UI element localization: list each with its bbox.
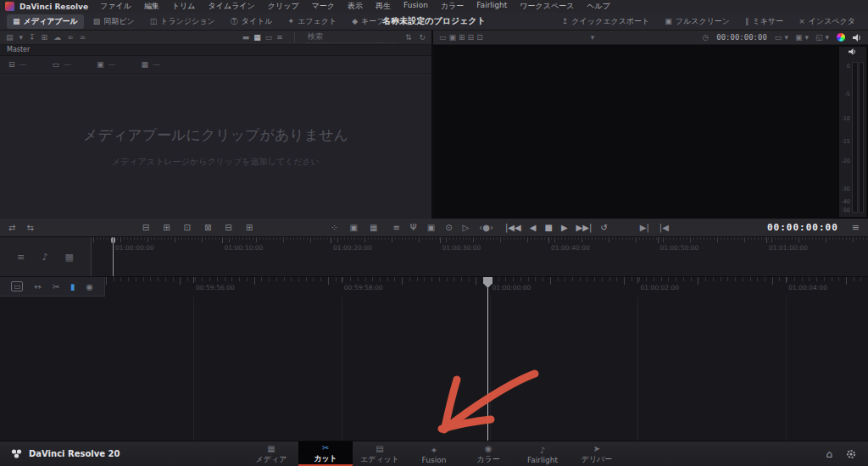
menu-item[interactable]: 再生 <box>376 1 391 12</box>
source-clip-icon[interactable]: ▭ <box>439 33 447 42</box>
filmstrip-view-icon[interactable]: ▭ <box>265 33 273 42</box>
marker-flag-icon[interactable]: ▮ <box>70 282 75 291</box>
new-bin-icon[interactable]: ⊞ <box>42 33 48 42</box>
menu-item[interactable]: タイムライン <box>209 1 255 12</box>
multicam-grid-icon[interactable]: ⊟ <box>468 33 475 42</box>
zoom-menu[interactable]: ◱ ▾ <box>815 33 829 42</box>
smart-insert-icon[interactable]: ⊟ <box>142 223 149 232</box>
menu-item[interactable]: トリム <box>172 1 196 12</box>
viewer-screen[interactable]: 0-5-10-15-20-30-40-50 <box>433 45 868 219</box>
transform-tool-icon[interactable]: ⊡ <box>476 33 483 42</box>
menu-item[interactable]: クリップ <box>268 1 299 12</box>
loop-button[interactable]: ↺ <box>600 223 607 232</box>
timeline-display-options-icon[interactable]: ≡ <box>17 252 25 263</box>
pip-icon[interactable]: ▣ <box>350 223 358 232</box>
timeline-options-icon[interactable]: ≡ <box>392 223 399 232</box>
place-on-top-icon[interactable]: ⊟ <box>225 223 231 232</box>
tab-deliver[interactable]: ➤ デリバー <box>570 441 624 466</box>
camera-icon[interactable]: ▣ <box>427 223 435 232</box>
razor-icon[interactable]: ✂ <box>53 282 59 291</box>
speaker-icon[interactable] <box>853 34 862 42</box>
timeline-view-icon[interactable]: ⊞ <box>459 33 465 42</box>
camera-icon[interactable]: ▦ <box>64 252 73 263</box>
sort-icon[interactable]: ⇅ <box>405 33 412 42</box>
sync-clip-icon[interactable]: ⇆ <box>26 223 33 232</box>
thumbnail-view-icon[interactable]: ▦ <box>253 33 261 42</box>
menu-item[interactable]: ヘルプ <box>587 1 610 12</box>
titles-button[interactable]: Ⓣ タイトル <box>225 14 279 29</box>
clip-play-icon[interactable]: ▷ <box>463 223 470 232</box>
close-up-icon[interactable]: ⊠ <box>204 223 211 232</box>
transport-bar: ⇄⇆ ⊟⊞⊡⊠⊟⊞ ⁘▣▦ ≡Ψ▣⊙▷‹●› |◀◀◀■▶▶▶|↺ ▶||◀ 0… <box>0 219 868 237</box>
quick-export-button[interactable]: ↥ クイックエクスポート <box>556 14 655 29</box>
ripple-overwrite-icon[interactable]: ⊡ <box>184 223 191 232</box>
strip-view-icon[interactable]: ▬ <box>242 33 250 42</box>
menu-item[interactable]: 編集 <box>144 1 159 12</box>
inspector-button[interactable]: × インスペクタ <box>793 14 861 29</box>
menu-item[interactable]: ワークスペース <box>520 1 574 12</box>
play-reverse-button[interactable]: ◀ <box>530 223 537 232</box>
relink-icon[interactable]: ∞ <box>67 33 74 42</box>
menu-item[interactable]: ファイル <box>100 1 131 12</box>
menu-item[interactable]: カラー <box>441 1 464 12</box>
import-media-icon[interactable]: ↧ <box>29 33 36 42</box>
stabilize-icon[interactable]: ▦ <box>370 223 377 232</box>
fit-timeline-icon[interactable]: ▭ <box>11 281 24 291</box>
source-overwrite-icon[interactable]: ⊞ <box>246 223 253 232</box>
swap-timeline-icon[interactable]: ⇄ <box>8 223 15 232</box>
stop-button[interactable]: ■ <box>544 223 552 232</box>
unlink-icon[interactable]: ∞ <box>80 33 86 42</box>
menu-item[interactable]: 表示 <box>348 1 363 12</box>
ruler-label: 01:00:00:00 <box>115 244 154 252</box>
track-view-icon[interactable]: ◉ <box>86 282 93 291</box>
timeline-detail[interactable]: ▭↔✂▮◉ 00:59:56:0000:59:58:0001:00:00:000… <box>0 277 868 441</box>
tab-media[interactable]: ▦ メディア <box>244 441 298 466</box>
refresh-icon[interactable]: ↻ <box>419 33 426 42</box>
panel-label: トランジション <box>160 16 214 27</box>
resolution-menu[interactable]: ▭ ▾ <box>775 33 788 42</box>
sync-bin-button[interactable]: ▧ 同期ビン <box>87 14 141 29</box>
overview-ruler[interactable]: 01:00:00:0001:00:10:0001:00:20:0001:00:3… <box>93 237 868 276</box>
source-tape-icon[interactable]: ▣ <box>449 33 457 42</box>
transitions-button[interactable]: ◫ トランジション <box>144 14 221 29</box>
bin-dropdown-chevron[interactable]: ▾ <box>19 33 24 42</box>
menu-item[interactable]: マーク <box>312 1 335 12</box>
mic-icon[interactable]: Ψ <box>410 223 417 232</box>
list-view-icon[interactable]: ≡ <box>276 33 283 42</box>
scrub-audio-icon[interactable]: ⊙ <box>445 223 452 232</box>
tab-cut[interactable]: ✂ カット <box>298 441 353 466</box>
next-edit-button[interactable]: ▶| <box>640 223 649 232</box>
play-button[interactable]: ▶ <box>561 223 568 232</box>
timeline-playhead[interactable] <box>487 277 488 441</box>
append-icon[interactable]: ⊞ <box>163 223 170 232</box>
audio-trim-icon[interactable]: ♪ <box>42 252 47 263</box>
menu-item[interactable]: Fusion <box>403 1 428 12</box>
trim-mode-icon[interactable]: ↔ <box>34 282 41 291</box>
tab-fusion[interactable]: ✦ Fusion <box>407 441 461 466</box>
tab-color[interactable]: ◉ カラー <box>461 441 515 466</box>
capture-menu[interactable]: ▣ ▾ <box>795 33 809 42</box>
menu-item[interactable]: Fairlight <box>476 1 507 12</box>
first-frame-button[interactable]: |◀◀ <box>505 223 521 232</box>
home-icon[interactable]: ⌂ <box>826 448 832 460</box>
bin-name[interactable]: Master <box>0 45 431 56</box>
transition-tools-icon[interactable]: ⁘ <box>331 223 337 232</box>
fullscreen-button[interactable]: ▣ フルスクリーン <box>659 14 736 29</box>
tab-fairlight[interactable]: ♪ Fairlight <box>515 441 570 466</box>
viewer-timecode[interactable]: 00:00:00:00 <box>716 33 767 42</box>
tab-edit[interactable]: ▤ エディット <box>353 441 407 466</box>
panel-label: インスペクタ <box>809 16 855 27</box>
bin-list-icon[interactable]: ▤ <box>6 33 14 42</box>
last-frame-button[interactable]: ▶▶| <box>576 223 593 232</box>
mixer-button[interactable]: ∥ ミキサー <box>739 14 789 29</box>
options-menu-icon[interactable]: ≡ <box>852 222 860 233</box>
media-pool-button[interactable]: ▦ メディアプール <box>7 14 84 29</box>
previous-edit-button[interactable]: |◀ <box>659 223 669 232</box>
color-controls-icon[interactable] <box>837 33 845 42</box>
settings-gear-icon[interactable] <box>846 449 856 459</box>
viewer-dropdown-chevron[interactable]: ▾ <box>491 33 695 42</box>
effects-button[interactable]: ✦ エフェクト <box>282 14 343 29</box>
cloud-import-icon[interactable]: ☁ <box>53 33 61 42</box>
search-input[interactable]: 検索 <box>306 31 398 43</box>
speed-controls-icon[interactable]: ‹●› <box>479 223 493 232</box>
